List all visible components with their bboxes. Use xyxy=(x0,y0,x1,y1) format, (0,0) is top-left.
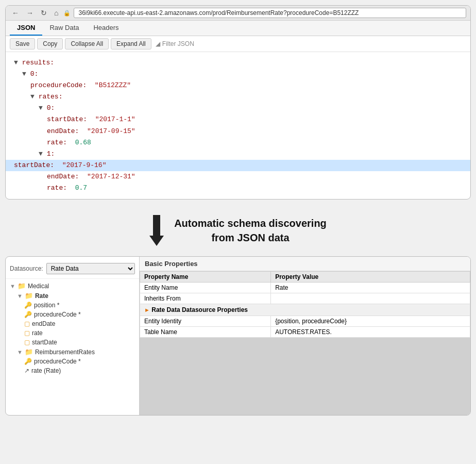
tree-item-rate-field[interactable]: ▢ rate xyxy=(6,328,139,338)
procedurecode-row: procedureCode: "B512ZZZ" xyxy=(14,80,462,91)
datasource-row: Datasource: Rate Data xyxy=(6,261,139,279)
rate0-key: 0: xyxy=(47,103,55,114)
tree-item-reimb-proc[interactable]: 🔑 procedureCode * xyxy=(6,357,139,366)
datasource-props-section-text: Rate Data Datasource Properties xyxy=(151,306,248,313)
datasource-label: Datasource: xyxy=(10,265,43,272)
entity-identity-row: Entity Identity {position, procedureCode… xyxy=(140,316,470,327)
startdate1-row: startDate: "2017-9-16" xyxy=(6,160,470,171)
reimb-toggle-icon: ▼ xyxy=(17,349,23,355)
json-toolbar: Save Copy Collapse All Expand All ◢ Filt… xyxy=(6,36,470,52)
rate1-value-row: rate: 0.7 xyxy=(14,183,462,194)
datasource-props-section-label: ► Rate Data Datasource Properties xyxy=(140,304,470,316)
inherits-from-value xyxy=(271,293,470,304)
startdate0-row: startDate: "2017-1-1" xyxy=(14,114,462,125)
rate0-row: ▼ 0: xyxy=(14,103,462,114)
enddate0-value: "2017-09-15" xyxy=(87,126,135,137)
tab-headers[interactable]: Headers xyxy=(86,21,126,36)
rate-link-icon: ↗ xyxy=(24,367,29,374)
section-arrow-icon: ► xyxy=(144,307,150,313)
results-toggle[interactable]: ▼ xyxy=(14,57,18,69)
rate0-value-row: rate: 0.68 xyxy=(14,137,462,148)
rate0-toggle[interactable]: ▼ xyxy=(39,103,43,114)
down-arrow xyxy=(149,215,164,246)
rates-row: ▼ rates: xyxy=(14,91,462,103)
forward-button[interactable]: → xyxy=(24,8,36,18)
table-name-value: AUTOREST.RATES. xyxy=(271,327,470,338)
json-viewer: ▼ results: ▼ 0: procedureCode: "B512ZZZ"… xyxy=(6,52,470,199)
expand-all-button[interactable]: Expand All xyxy=(111,38,151,49)
medical-toggle-icon: ▼ xyxy=(10,283,15,289)
procedurecode-value: "B512ZZZ" xyxy=(95,80,131,91)
enddate0-row: endDate: "2017-09-15" xyxy=(14,126,462,137)
rate1-label: rate: xyxy=(47,183,67,194)
position-label: position * xyxy=(34,302,59,309)
table-name-row: Table Name AUTOREST.RATES. xyxy=(140,327,470,338)
enddate-tree-label: endDate xyxy=(32,320,55,327)
position-icon: 🔑 xyxy=(24,302,32,309)
schema-panel: Datasource: Rate Data ▼ 📁 Medical ▼ 📁 Ra… xyxy=(5,256,471,416)
filter-area: ◢ Filter JSON xyxy=(156,40,194,47)
divider-section: Automatic schema discovering from JSON d… xyxy=(5,215,471,246)
rate1-row: ▼ 1: xyxy=(14,148,462,160)
tree-item-rate[interactable]: ▼ 📁 Rate xyxy=(6,291,139,301)
enddate0-key: endDate: xyxy=(47,126,79,137)
rate-label: Rate xyxy=(35,292,48,300)
tree-item-rate-link[interactable]: ↗ rate (Rate) xyxy=(6,366,139,375)
browser-panel: ← → ↻ ⌂ 🔒 JSON Raw Data Headers Save Cop… xyxy=(5,5,471,200)
filter-icon: ◢ xyxy=(156,40,160,47)
tree-item-startdate[interactable]: ▢ startDate xyxy=(6,338,139,347)
schema-tree-panel: Datasource: Rate Data ▼ 📁 Medical ▼ 📁 Ra… xyxy=(6,257,140,415)
tree-item-procedurecode[interactable]: 🔑 procedureCode * xyxy=(6,310,139,319)
tree-item-medical[interactable]: ▼ 📁 Medical xyxy=(6,281,139,291)
save-button[interactable]: Save xyxy=(10,38,35,49)
startdate0-value: "2017-1-1" xyxy=(95,114,135,125)
inherits-from-label: Inherits From xyxy=(140,293,271,304)
item0-toggle[interactable]: ▼ xyxy=(22,69,26,80)
startdate-tree-label: startDate xyxy=(32,339,57,346)
startdate0-key: startDate: xyxy=(47,114,87,125)
reimb-label: ReimbursementRates xyxy=(35,349,95,356)
copy-button[interactable]: Copy xyxy=(37,38,63,49)
procedurecode-icon: 🔑 xyxy=(24,311,32,318)
inherits-from-row: Inherits From xyxy=(140,293,470,304)
home-button[interactable]: ⌂ xyxy=(52,8,60,18)
arrow-shaft xyxy=(153,215,160,236)
back-button[interactable]: ← xyxy=(10,8,21,18)
procedurecode-tree-label: procedureCode * xyxy=(34,311,81,318)
tab-json[interactable]: JSON xyxy=(10,21,42,36)
grey-area xyxy=(140,338,470,415)
browser-toolbar: ← → ↻ ⌂ 🔒 xyxy=(6,6,470,21)
tree-item-enddate[interactable]: ▢ endDate xyxy=(6,319,139,328)
rate-field-label: rate xyxy=(32,329,43,337)
basic-props-title: Basic Properties xyxy=(140,257,470,271)
tab-rawdata[interactable]: Raw Data xyxy=(42,21,86,36)
props-table: Property Name Property Value Entity Name… xyxy=(140,271,470,338)
startdate1-value: "2017-9-16" xyxy=(62,160,107,171)
results-key: results: xyxy=(22,57,54,69)
rates-key: rates: xyxy=(39,91,63,103)
results-row: ▼ results: xyxy=(14,57,462,69)
schema-props-panel: Basic Properties Property Name Property … xyxy=(140,257,470,415)
collapse-all-button[interactable]: Collapse All xyxy=(65,38,109,49)
reimb-folder-icon: 📁 xyxy=(25,348,33,356)
datasource-select[interactable]: Rate Data xyxy=(46,263,135,274)
rates-toggle[interactable]: ▼ xyxy=(30,91,35,103)
medical-label: Medical xyxy=(28,283,49,290)
rate0-number: 0.68 xyxy=(75,137,91,148)
tree-item-position[interactable]: 🔑 position * xyxy=(6,301,139,310)
enddate1-row: endDate: "2017-12-31" xyxy=(14,171,462,183)
schema-discover-label: Automatic schema discovering from JSON d… xyxy=(174,216,327,245)
schema-tree: ▼ 📁 Medical ▼ 📁 Rate 🔑 position * 🔑 proc… xyxy=(6,281,139,375)
tree-item-reimb[interactable]: ▼ 📁 ReimbursementRates xyxy=(6,347,139,357)
address-bar[interactable] xyxy=(74,8,466,18)
refresh-button[interactable]: ↻ xyxy=(39,8,49,18)
enddate1-value: "2017-12-31" xyxy=(87,171,135,183)
rate1-key: 1: xyxy=(47,148,55,160)
tab-bar: JSON Raw Data Headers xyxy=(6,21,470,36)
rate1-toggle[interactable]: ▼ xyxy=(39,148,43,160)
reimb-proc-icon: 🔑 xyxy=(24,358,32,365)
startdate-icon: ▢ xyxy=(24,339,30,346)
rate-toggle-icon: ▼ xyxy=(17,293,23,299)
prop-value-col-header: Property Value xyxy=(271,272,470,283)
medical-folder-icon: 📁 xyxy=(18,282,26,290)
